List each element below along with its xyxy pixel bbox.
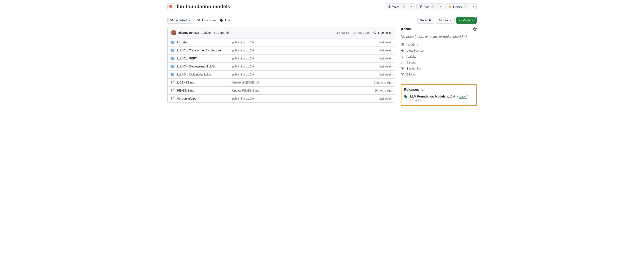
repo-logo-icon [168,3,174,10]
branch-icon [197,19,200,22]
latest-badge: Latest [458,95,468,99]
fork-icon [401,73,404,76]
caret-down-icon [188,19,191,22]
releases-heading[interactable]: Releases [404,88,419,92]
file-date: 20 hours ago [354,89,392,92]
pulse-icon [401,55,404,58]
eye-icon [401,67,404,70]
gear-icon[interactable] [473,27,476,31]
releases-section: Releases 1 LLM Foundation Models v1.0.0 … [401,84,476,106]
fork-dropdown[interactable] [438,3,444,10]
file-date: last week [354,65,392,68]
watch-button-group: Watch 1 [385,3,415,10]
file-name-link[interactable]: LLM 02 - PEFT [177,57,197,60]
file-name-link[interactable]: LICENSE.md [177,81,194,84]
file-name-link[interactable]: LLM 01 - Transformer Architecture [177,49,221,52]
branch-select-button[interactable]: published [168,17,193,24]
code-icon [459,19,462,22]
goto-file-button[interactable]: Go to file [417,17,434,24]
file-row: Includes publishing v1.0.0 last week [168,38,395,46]
commit-sha[interactable]: bafabf0 [337,31,349,34]
commit-message[interactable]: Update README.md [202,31,228,34]
fork-button[interactable]: Fork 0 [416,3,438,10]
file-name-link[interactable]: Includes [177,41,188,44]
star-button-group: Starred 4 [446,3,476,10]
law-icon [401,49,404,52]
about-description: No description, website, or topics provi… [401,34,476,39]
star-button[interactable]: Starred 4 [446,3,470,10]
file-icon [171,97,174,100]
file-name-link[interactable]: README.md [177,89,194,92]
fork-count: 0 [431,5,435,8]
latest-commit-bar: chengyineng38 Update README.md bafabf0 2… [168,27,395,38]
file-name-link[interactable]: LLM 03 - Deployment of LLMs [177,65,216,68]
repo-toolbar: published 2 branches 1 tag Go to file Ad… [168,13,476,27]
caret-down-icon [472,19,474,22]
folder-icon [171,40,174,44]
folder-icon [171,49,174,52]
file-date: last week [354,49,392,52]
file-date: last week [354,97,392,100]
file-row: LLM 02 - PEFT publishing v1.0.0 last wee… [168,54,395,63]
notification-dot-icon [475,16,478,18]
file-name-link[interactable]: Version Info.py [177,97,196,100]
file-commit-msg[interactable]: publishing v1.0.0 [232,97,354,100]
release-link[interactable]: LLM Foundation Models v1.0.0 Latest last… [404,95,474,102]
caret-down-icon [472,5,474,8]
tag-icon [404,95,408,98]
stars-link[interactable]: 4 stars [401,61,476,64]
license-link[interactable]: View license [401,49,476,52]
file-commit-msg[interactable]: publishing v1.0.0 [232,65,354,68]
folder-icon [171,73,174,76]
file-commit-msg[interactable]: publishing v1.0.0 [232,57,354,60]
caret-down-icon [439,5,442,8]
watching-link[interactable]: 1 watching [401,67,476,70]
file-commit-msg[interactable]: publishing v1.0.0 [232,41,354,44]
file-date: 2 months ago [354,81,392,84]
repo-name[interactable]: llm-foundation-models [177,4,230,9]
release-date: last week [410,99,468,102]
file-icon [171,81,174,84]
watch-button[interactable]: Watch 1 [385,3,408,10]
file-commit-msg[interactable]: Update README.md [232,89,354,92]
forks-link[interactable]: 0 forks [401,73,476,76]
fork-icon [419,5,422,8]
file-commit-msg[interactable]: publishing v1.0.0 [232,73,354,76]
folder-icon [171,65,174,68]
file-row: LLM 04 - Multimodal LLMs publishing v1.0… [168,71,395,79]
star-dropdown[interactable] [470,3,476,10]
commit-time: 20 hours ago [353,31,370,34]
repo-header: llm-foundation-models Watch 1 Fork 0 [168,0,476,13]
caret-down-icon [410,5,413,8]
tags-link[interactable]: 1 tag [220,19,231,22]
commit-author[interactable]: chengyineng38 [178,31,199,34]
file-name-link[interactable]: LLM 04 - Multimodal LLMs [177,73,211,76]
activity-link[interactable]: Activity [401,55,476,58]
file-row: LLM 03 - Deployment of LLMs publishing v… [168,63,395,71]
watch-dropdown[interactable] [408,3,415,10]
about-heading: About [401,27,412,31]
eye-icon [388,5,391,8]
star-outline-icon [401,61,404,64]
commits-link[interactable]: 5 commits [373,31,392,34]
book-icon [401,43,404,46]
file-date: last week [354,41,392,44]
file-commit-msg[interactable]: publishing v1.0.0 [232,49,354,52]
fork-button-group: Fork 0 [416,3,444,10]
file-icon [171,89,174,92]
tag-icon [220,19,223,22]
file-date: last week [354,73,392,76]
readme-link[interactable]: Readme [401,43,476,46]
add-file-button[interactable]: Add file [436,17,454,24]
branches-link[interactable]: 2 branches [197,19,216,22]
file-commit-msg[interactable]: Create LICENSE.md [232,81,354,84]
watch-count: 1 [402,5,406,8]
avatar[interactable] [171,30,176,35]
star-filled-icon [448,5,452,8]
branch-icon [170,19,173,22]
file-date: last week [354,57,392,60]
releases-count: 1 [421,88,425,92]
history-icon [373,31,377,34]
file-row: README.md Update README.md 20 hours ago [168,87,395,95]
code-button[interactable]: Code [456,17,476,24]
